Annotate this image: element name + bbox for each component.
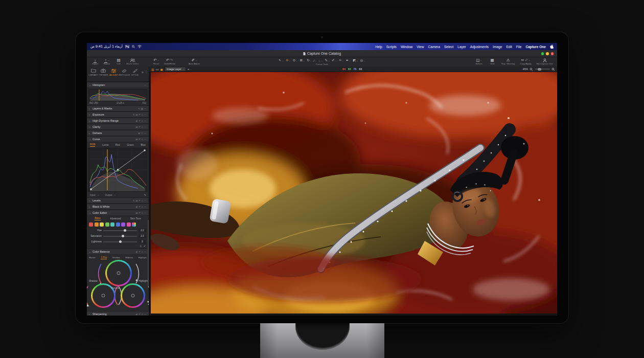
panel-action-icons[interactable]: ⇄ ↶ ⋯ [138, 132, 147, 135]
compare-view-icon[interactable]: ▣ [160, 68, 163, 71]
panel-layers-masks-header[interactable]: › Layers & Masks ✎ ▤ ⋯ [87, 105, 149, 111]
panel-black-white[interactable]: › Black & White ⇄ ↶ ≡ ⋯ [87, 204, 149, 210]
menu-item[interactable]: Capture One [525, 45, 546, 49]
panel-exposure[interactable]: › Exposure ✎ ⇄ ↶ ≡ ⋯ [87, 111, 149, 118]
menu-item[interactable]: Window [401, 45, 412, 49]
import-button[interactable]: ↓ Import [91, 58, 99, 65]
tab-adjust[interactable]: ADJUST [109, 68, 119, 76]
menu-item[interactable]: View [417, 45, 424, 49]
panel-sharpening[interactable]: › Sharpening ⇄ ↶ ≡ ⋯ [87, 311, 149, 316]
menu-item[interactable]: Help [375, 45, 382, 49]
orange-swatch[interactable] [95, 222, 99, 227]
slider-track[interactable] [103, 241, 137, 242]
panel-curve-header[interactable]: ⌄ Curve ⇄ ↶ ≡ ⋯ [87, 136, 149, 142]
red-swatch[interactable] [89, 222, 93, 227]
curve-channel-tab[interactable]: RGB [90, 143, 95, 147]
green-swatch[interactable] [105, 222, 109, 227]
color-editor-tab[interactable]: Basic [95, 216, 101, 220]
exposure-warning-button[interactable]: ⚠ Exp. Warning [501, 58, 515, 65]
menu-item[interactable]: File [516, 45, 522, 49]
tab-menu-icon[interactable]: ⋮ [145, 70, 148, 74]
rotate-tool[interactable]: ↻⌄ [307, 58, 312, 62]
panel-action-icons[interactable]: ⇄ ↶ ≡ ⋯ [136, 120, 147, 122]
cull-button[interactable]: ▤ Cull [114, 58, 123, 65]
color-editor-picker-icon[interactable]: ✐ [144, 244, 146, 249]
pink-swatch[interactable] [127, 222, 131, 227]
menu-item[interactable]: Camera [428, 45, 440, 49]
layer-selector[interactable]: Image Layer ↕ [165, 66, 186, 72]
highlight-wheel[interactable] [121, 283, 145, 308]
panel-action-icons[interactable]: ✎ ⇄ ↶ ≡ ⋯ [133, 114, 147, 116]
slider-value[interactable]: 2.3 [139, 234, 146, 238]
draw-mask-tool[interactable]: ✎⌄ [325, 58, 330, 62]
curve-channel-tab[interactable]: Blue [141, 143, 146, 147]
color-balance-tab[interactable]: 3-Way [101, 255, 107, 259]
minimize-window-button[interactable] [546, 52, 549, 55]
linear-gradient-mask-tool[interactable]: ◩⌄ [353, 58, 358, 62]
color-editor-tab[interactable]: Advanced [110, 217, 121, 220]
panel-action-icons[interactable]: ⇄ ↶ ≡ ⋯ [136, 251, 147, 253]
color-balance-tab[interactable]: Shadow [112, 256, 120, 259]
zoom-tool[interactable]: ⊙⌄ [293, 58, 298, 62]
tab-tether[interactable]: TETHER [99, 68, 109, 76]
curve-graph[interactable] [88, 148, 147, 192]
panel-action-icons[interactable]: ✎ ⇄ ↶ ≡ ⋯ [133, 199, 147, 202]
panel-color-balance-header[interactable]: ⌄ Color Balance ⇄ ↶ ≡ ⋯ [87, 249, 149, 255]
before-button[interactable]: ◫⌄ Before [475, 58, 483, 65]
color-balance-tab[interactable]: Midtone [125, 256, 133, 259]
grid-button[interactable]: ▦ Grid [488, 58, 496, 65]
panel-dehaze[interactable]: › Dehaze ⇄ ↶ ⋯ [87, 130, 149, 136]
copy-apply-button[interactable]: ✑✐⌄ Copy/Apply [520, 58, 531, 65]
panel-color-editor-header[interactable]: ⌄ Color Editor ⇄ ↶ ≡ ⋯ [87, 210, 149, 216]
panel-clarity[interactable]: › Clarity ⇄ ↶ ≡ ⋯ [87, 124, 149, 130]
panel-action-icons[interactable]: ⇄ ↶ ≡ ⋯ [136, 313, 147, 316]
menu-item[interactable]: Edit [506, 45, 512, 49]
my-capture-one-button[interactable]: My Capture One [537, 58, 553, 65]
panel-levels[interactable]: › Levels ✎ ⇄ ↶ ≡ ⋯ [87, 197, 149, 204]
purple-swatch[interactable] [121, 222, 125, 227]
slider-value[interactable]: 2.2 [139, 229, 146, 232]
curve-channel-tab[interactable]: Green [127, 143, 133, 147]
wifi-icon[interactable] [137, 45, 142, 48]
export-button[interactable]: ↑⌄ Export [103, 58, 111, 65]
close-window-button[interactable] [551, 52, 554, 55]
curve-channel-tab[interactable]: Red [116, 143, 120, 147]
menu-item[interactable]: Layer [457, 45, 466, 49]
zoom-in-icon[interactable] [551, 68, 555, 71]
menu-item[interactable]: Select [444, 45, 453, 49]
slider-thumb[interactable] [124, 229, 126, 232]
curve-channel-tab[interactable]: Luma [102, 143, 108, 147]
color-editor-tab[interactable]: Skin Tone [130, 217, 141, 220]
slider-track[interactable] [103, 230, 137, 231]
panel-action-icons[interactable]: ⇄ ↶ ≡ ⋯ [136, 212, 147, 214]
zoom-slider[interactable] [535, 69, 550, 70]
single-view-icon[interactable]: ▭ [156, 68, 159, 71]
menu-item[interactable]: Scripts [386, 45, 397, 49]
tab-library[interactable]: LIBRARY [88, 68, 99, 76]
slider-track[interactable] [103, 236, 137, 237]
panel-action-icons[interactable]: ⇄ ↶ ≡ ⋯ [136, 126, 147, 128]
apple-menu-icon[interactable] [550, 44, 554, 49]
menu-item[interactable]: Image [493, 45, 502, 49]
panel-action-icons[interactable]: ⇄ ↶ ≡ ⋯ [136, 138, 147, 141]
color-balance-tab[interactable]: Master [89, 256, 96, 259]
curve-picker-icon[interactable]: ✎ [144, 193, 146, 196]
panel-histogram-header[interactable]: ⌄ Histogram ⋯ [87, 82, 149, 88]
pan-tool[interactable]: ✛⌄ [286, 58, 291, 62]
spot-removal-tool[interactable]: ◌⌄ [318, 59, 323, 62]
multi-view-icon[interactable]: ▥ [151, 68, 154, 71]
auto-adjust-button[interactable]: ✐⌄ Auto Adjust [189, 58, 200, 65]
sidebar-scrollbar[interactable] [148, 220, 149, 286]
select-tool[interactable]: ↖⌄ [279, 58, 284, 62]
panel-action-icons[interactable]: ⇄ ↶ ≡ ⋯ [136, 206, 147, 208]
panel-more-icon[interactable]: ⋯ [144, 84, 147, 86]
photo-canvas[interactable] [149, 72, 557, 316]
zoom-slider-thumb[interactable] [538, 68, 541, 71]
color-balance-tab[interactable]: Highlight [139, 256, 147, 259]
magic-brush-tool[interactable]: ◎⌄ [360, 58, 365, 62]
menu-item[interactable]: Adjustments [470, 45, 489, 49]
color-editor-list-icon[interactable]: ≡ [140, 244, 142, 249]
panel-high-dynamic-range[interactable]: › High Dynamic Range ⇄ ↶ ≡ ⋯ [87, 118, 149, 124]
share-online-button[interactable]: Share online [126, 58, 139, 65]
slider-value[interactable]: 0 [139, 240, 146, 243]
